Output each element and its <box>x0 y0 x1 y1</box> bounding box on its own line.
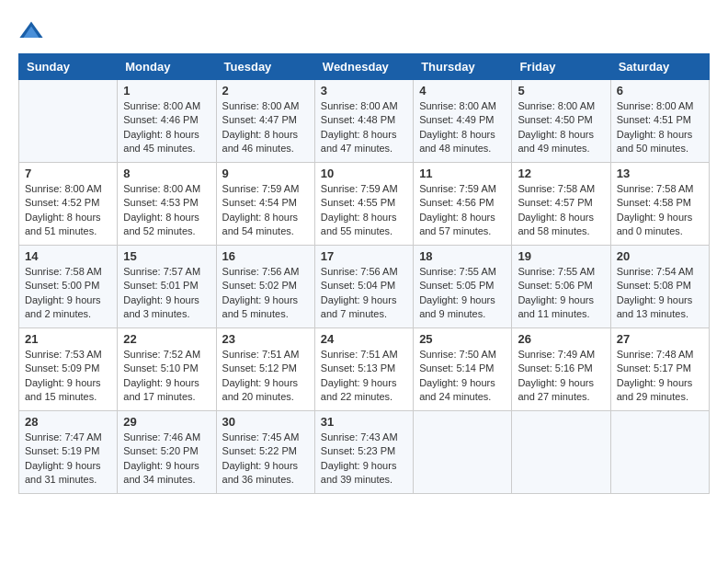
day-number: 11 <box>419 167 506 180</box>
weekday-header-tuesday: Tuesday <box>216 54 314 80</box>
calendar-week-3: 14Sunrise: 7:58 AMSunset: 5:00 PMDayligh… <box>19 246 710 328</box>
calendar-cell: 2Sunrise: 8:00 AMSunset: 4:47 PMDaylight… <box>216 80 314 163</box>
weekday-header-saturday: Saturday <box>610 54 709 80</box>
calendar-cell: 17Sunrise: 7:56 AMSunset: 5:04 PMDayligh… <box>314 246 413 328</box>
day-number: 28 <box>25 415 111 429</box>
calendar-cell: 20Sunrise: 7:54 AMSunset: 5:08 PMDayligh… <box>610 246 709 328</box>
day-info: Sunrise: 7:53 AMSunset: 5:09 PMDaylight:… <box>25 348 111 405</box>
day-number: 26 <box>518 332 604 346</box>
day-number: 8 <box>123 167 210 180</box>
day-info: Sunrise: 7:56 AMSunset: 5:02 PMDaylight:… <box>222 265 309 322</box>
day-number: 6 <box>617 84 703 98</box>
calendar-cell: 23Sunrise: 7:51 AMSunset: 5:12 PMDayligh… <box>216 328 314 411</box>
calendar-cell: 5Sunrise: 8:00 AMSunset: 4:50 PMDaylight… <box>512 80 610 163</box>
day-info: Sunrise: 7:49 AMSunset: 5:16 PMDaylight:… <box>518 348 604 405</box>
day-info: Sunrise: 7:57 AMSunset: 5:01 PMDaylight:… <box>123 265 210 322</box>
calendar-week-5: 28Sunrise: 7:47 AMSunset: 5:19 PMDayligh… <box>19 411 710 494</box>
weekday-header-sunday: Sunday <box>19 54 118 80</box>
day-number: 9 <box>222 167 309 180</box>
day-info: Sunrise: 8:00 AMSunset: 4:50 PMDaylight:… <box>518 99 604 156</box>
header <box>18 18 710 44</box>
day-info: Sunrise: 7:51 AMSunset: 5:13 PMDaylight:… <box>321 348 407 405</box>
day-number: 22 <box>123 332 210 346</box>
calendar-cell: 19Sunrise: 7:55 AMSunset: 5:06 PMDayligh… <box>512 246 610 328</box>
calendar-cell <box>610 411 709 494</box>
calendar-cell: 31Sunrise: 7:43 AMSunset: 5:23 PMDayligh… <box>314 411 413 494</box>
calendar-cell <box>512 411 610 494</box>
calendar-cell: 22Sunrise: 7:52 AMSunset: 5:10 PMDayligh… <box>118 328 216 411</box>
weekday-header-wednesday: Wednesday <box>314 54 413 80</box>
calendar-cell: 26Sunrise: 7:49 AMSunset: 5:16 PMDayligh… <box>512 328 610 411</box>
calendar-week-1: 1Sunrise: 8:00 AMSunset: 4:46 PMDaylight… <box>19 80 710 163</box>
calendar-cell: 14Sunrise: 7:58 AMSunset: 5:00 PMDayligh… <box>19 246 118 328</box>
day-info: Sunrise: 7:54 AMSunset: 5:08 PMDaylight:… <box>617 265 703 322</box>
calendar-cell: 25Sunrise: 7:50 AMSunset: 5:14 PMDayligh… <box>414 328 512 411</box>
day-info: Sunrise: 8:00 AMSunset: 4:53 PMDaylight:… <box>123 182 210 239</box>
day-number: 5 <box>518 84 604 98</box>
calendar-cell: 29Sunrise: 7:46 AMSunset: 5:20 PMDayligh… <box>118 411 216 494</box>
calendar-cell: 6Sunrise: 8:00 AMSunset: 4:51 PMDaylight… <box>610 80 709 163</box>
day-info: Sunrise: 7:52 AMSunset: 5:10 PMDaylight:… <box>123 348 210 405</box>
logo <box>18 18 48 44</box>
day-info: Sunrise: 7:51 AMSunset: 5:12 PMDaylight:… <box>222 348 309 405</box>
calendar-table: SundayMondayTuesdayWednesdayThursdayFrid… <box>18 53 710 494</box>
day-number: 24 <box>321 332 407 346</box>
calendar-cell: 15Sunrise: 7:57 AMSunset: 5:01 PMDayligh… <box>118 246 216 328</box>
calendar-cell: 16Sunrise: 7:56 AMSunset: 5:02 PMDayligh… <box>216 246 314 328</box>
calendar-cell: 28Sunrise: 7:47 AMSunset: 5:19 PMDayligh… <box>19 411 118 494</box>
calendar-week-2: 7Sunrise: 8:00 AMSunset: 4:52 PMDaylight… <box>19 163 710 246</box>
day-info: Sunrise: 7:55 AMSunset: 5:06 PMDaylight:… <box>518 265 604 322</box>
day-info: Sunrise: 7:45 AMSunset: 5:22 PMDaylight:… <box>222 431 309 488</box>
calendar-cell: 10Sunrise: 7:59 AMSunset: 4:55 PMDayligh… <box>314 163 413 246</box>
day-number: 21 <box>25 332 111 346</box>
calendar-cell: 27Sunrise: 7:48 AMSunset: 5:17 PMDayligh… <box>610 328 709 411</box>
calendar-cell: 8Sunrise: 8:00 AMSunset: 4:53 PMDaylight… <box>118 163 216 246</box>
day-number: 15 <box>123 249 210 263</box>
day-number: 23 <box>222 332 309 346</box>
day-number: 16 <box>222 249 309 263</box>
day-number: 31 <box>321 415 407 429</box>
day-info: Sunrise: 8:00 AMSunset: 4:51 PMDaylight:… <box>617 99 703 156</box>
day-number: 13 <box>617 167 703 180</box>
calendar-cell: 1Sunrise: 8:00 AMSunset: 4:46 PMDaylight… <box>118 80 216 163</box>
day-info: Sunrise: 7:59 AMSunset: 4:55 PMDaylight:… <box>321 182 407 239</box>
day-info: Sunrise: 7:47 AMSunset: 5:19 PMDaylight:… <box>25 431 111 488</box>
day-number: 25 <box>419 332 506 346</box>
day-number: 2 <box>222 84 309 98</box>
calendar-cell: 3Sunrise: 8:00 AMSunset: 4:48 PMDaylight… <box>314 80 413 163</box>
day-info: Sunrise: 8:00 AMSunset: 4:46 PMDaylight:… <box>123 99 210 156</box>
day-number: 12 <box>518 167 604 180</box>
calendar-cell: 4Sunrise: 8:00 AMSunset: 4:49 PMDaylight… <box>414 80 512 163</box>
day-info: Sunrise: 7:56 AMSunset: 5:04 PMDaylight:… <box>321 265 407 322</box>
calendar-week-4: 21Sunrise: 7:53 AMSunset: 5:09 PMDayligh… <box>19 328 710 411</box>
calendar-cell: 21Sunrise: 7:53 AMSunset: 5:09 PMDayligh… <box>19 328 118 411</box>
day-info: Sunrise: 7:55 AMSunset: 5:05 PMDaylight:… <box>419 265 506 322</box>
calendar-cell: 12Sunrise: 7:58 AMSunset: 4:57 PMDayligh… <box>512 163 610 246</box>
weekday-header-row: SundayMondayTuesdayWednesdayThursdayFrid… <box>19 54 710 80</box>
day-info: Sunrise: 8:00 AMSunset: 4:48 PMDaylight:… <box>321 99 407 156</box>
day-number: 19 <box>518 249 604 263</box>
day-number: 29 <box>123 415 210 429</box>
weekday-header-monday: Monday <box>118 54 216 80</box>
weekday-header-thursday: Thursday <box>414 54 512 80</box>
calendar-cell <box>19 80 118 163</box>
day-info: Sunrise: 7:59 AMSunset: 4:56 PMDaylight:… <box>419 182 506 239</box>
day-info: Sunrise: 8:00 AMSunset: 4:52 PMDaylight:… <box>25 182 111 239</box>
day-info: Sunrise: 8:00 AMSunset: 4:47 PMDaylight:… <box>222 99 309 156</box>
day-number: 30 <box>222 415 309 429</box>
calendar-cell: 7Sunrise: 8:00 AMSunset: 4:52 PMDaylight… <box>19 163 118 246</box>
calendar-cell: 9Sunrise: 7:59 AMSunset: 4:54 PMDaylight… <box>216 163 314 246</box>
day-info: Sunrise: 7:58 AMSunset: 4:57 PMDaylight:… <box>518 182 604 239</box>
day-number: 4 <box>419 84 506 98</box>
day-number: 18 <box>419 249 506 263</box>
day-number: 7 <box>25 167 111 180</box>
day-number: 1 <box>123 84 210 98</box>
day-number: 17 <box>321 249 407 263</box>
day-info: Sunrise: 7:59 AMSunset: 4:54 PMDaylight:… <box>222 182 309 239</box>
day-number: 27 <box>617 332 703 346</box>
day-number: 10 <box>321 167 407 180</box>
calendar-cell <box>414 411 512 494</box>
calendar-cell: 11Sunrise: 7:59 AMSunset: 4:56 PMDayligh… <box>414 163 512 246</box>
calendar-cell: 24Sunrise: 7:51 AMSunset: 5:13 PMDayligh… <box>314 328 413 411</box>
day-info: Sunrise: 7:58 AMSunset: 4:58 PMDaylight:… <box>617 182 703 239</box>
